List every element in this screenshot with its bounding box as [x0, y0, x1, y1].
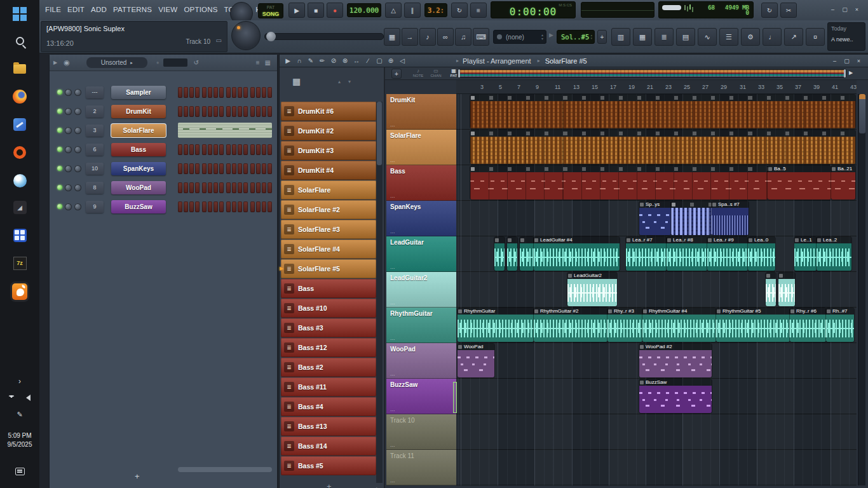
- pattern-picker-item[interactable]: ≣ SolarFlare #4: [281, 240, 376, 259]
- step-cell[interactable]: [178, 144, 182, 155]
- pattern-picker-item[interactable]: ≣ SolarFlare #2: [281, 200, 376, 219]
- add-pattern-button[interactable]: +: [327, 482, 332, 488]
- playlist-tool[interactable]: ⊘: [328, 56, 339, 66]
- pattern-clip[interactable]: ▤ Ba..21: [831, 166, 855, 200]
- pattern-clip[interactable]: ▤: [494, 237, 505, 271]
- channel-volume-knob[interactable]: [74, 203, 81, 210]
- channel-pan-knob[interactable]: [65, 89, 72, 96]
- pattern-picker-item[interactable]: ≣ Bass #10: [281, 299, 376, 318]
- picker-header-icon[interactable]: ▦: [292, 76, 301, 86]
- graph-editor-icon[interactable]: ≡: [256, 59, 260, 66]
- channel-number-button[interactable]: 6: [86, 144, 104, 156]
- fl-studio-button[interactable]: [12, 284, 27, 299]
- countdown-display[interactable]: 3.2:: [424, 3, 447, 17]
- step-cell[interactable]: [256, 201, 261, 212]
- step-cell[interactable]: [250, 87, 255, 98]
- channel-number-button[interactable]: 10: [86, 163, 104, 175]
- channel-volume-knob[interactable]: [74, 89, 81, 96]
- step-cell[interactable]: [226, 144, 231, 155]
- pattern-clip[interactable]: ▤ Lea..2: [817, 237, 851, 271]
- step-cell[interactable]: [219, 201, 224, 212]
- pattern-clip[interactable]: ▤ Spa..s #7: [712, 201, 749, 235]
- toolbar-icon[interactable]: ↗: [784, 28, 803, 46]
- step-cell[interactable]: [219, 106, 224, 117]
- playlist-tool[interactable]: ↔: [351, 56, 362, 66]
- transport-icon[interactable]: △: [385, 3, 402, 18]
- step-cell[interactable]: [219, 144, 224, 155]
- step-cell[interactable]: [189, 87, 194, 98]
- spinner-arrows-icon[interactable]: ▴▾: [541, 33, 543, 41]
- record-button[interactable]: ●: [327, 3, 343, 18]
- channel-mute-led[interactable]: ●: [57, 147, 62, 152]
- step-cell[interactable]: [219, 182, 224, 193]
- toolbar-icon[interactable]: ≣: [654, 28, 674, 46]
- playlist-tool[interactable]: ⊕: [385, 56, 397, 66]
- mail-app-button[interactable]: [12, 117, 27, 132]
- channel-volume-knob[interactable]: [74, 146, 81, 153]
- playlist-vertical-scrollbar[interactable]: [858, 94, 865, 485]
- step-cell[interactable]: [238, 201, 242, 212]
- step-cell[interactable]: [256, 87, 261, 98]
- step-cell[interactable]: [214, 182, 218, 193]
- time-display-panel[interactable]: M:S:CS 0:00:00: [491, 1, 576, 18]
- step-cell[interactable]: [184, 182, 188, 193]
- step-cell[interactable]: [219, 163, 224, 174]
- search-button[interactable]: [12, 33, 27, 48]
- clock-time[interactable]: 5:09 PM: [0, 432, 39, 439]
- step-cell[interactable]: [238, 106, 242, 117]
- playlist-tool[interactable]: ◁: [397, 56, 408, 66]
- step-cell[interactable]: [202, 182, 207, 193]
- channel-name-button[interactable]: DrumKit: [111, 105, 166, 118]
- restore-button[interactable]: ▢: [839, 5, 850, 14]
- step-cell[interactable]: [232, 144, 236, 155]
- channel-number-button[interactable]: 8: [86, 182, 104, 194]
- pattern-clip[interactable]: ▤ Sp..ys: [639, 201, 671, 235]
- step-cell[interactable]: [226, 87, 231, 98]
- pattern-clip[interactable]: ▤ Lea..0: [748, 237, 775, 271]
- channel-number-button[interactable]: ---: [86, 86, 104, 98]
- track-lane[interactable]: ▤ BuzzSaw: [456, 379, 857, 414]
- step-cell[interactable]: [178, 106, 182, 117]
- toolbar-icon[interactable]: ∿: [698, 28, 717, 46]
- pen-settings-button[interactable]: ✎: [12, 407, 27, 422]
- add-track-button[interactable]: +: [391, 69, 402, 79]
- transport-icon[interactable]: ↻: [451, 3, 468, 18]
- track-options[interactable]: ...: [390, 477, 395, 484]
- toolbar-icon[interactable]: ☰: [719, 28, 738, 46]
- snip-button[interactable]: ✂: [780, 3, 797, 18]
- picker-scroll-arrow[interactable]: ▸: [376, 485, 379, 488]
- channel-mute-led[interactable]: ●: [57, 109, 62, 114]
- step-cell[interactable]: [202, 163, 207, 174]
- toolbar-icon[interactable]: ∞: [437, 28, 454, 46]
- playlist-tool[interactable]: ✏: [316, 56, 328, 66]
- firefox-button[interactable]: [12, 89, 27, 104]
- pattern-clip[interactable]: ▤ Rh..#7: [826, 308, 854, 342]
- pattern-clip[interactable]: ▤ WooPad: [458, 344, 494, 377]
- 7zip-button[interactable]: 7z: [12, 255, 27, 271]
- step-cell[interactable]: [189, 201, 194, 212]
- track-options[interactable]: ...: [390, 157, 395, 163]
- step-cell[interactable]: [262, 106, 266, 117]
- step-cell[interactable]: [238, 182, 242, 193]
- tempo-display[interactable]: 120.000: [347, 3, 381, 17]
- step-cell[interactable]: [195, 163, 200, 174]
- step-cell[interactable]: [226, 163, 231, 174]
- track-header[interactable]: LeadGuitar2 ...: [386, 272, 456, 308]
- add-pattern-button[interactable]: +: [597, 30, 607, 44]
- pattern-picker-item[interactable]: ≣ Bass #3: [281, 318, 376, 337]
- pattern-clip[interactable]: ▤ RhythmGuitar #2: [534, 308, 607, 342]
- pattern-picker-item[interactable]: ≣ SolarFlare: [281, 180, 376, 200]
- track-lane[interactable]: [456, 450, 857, 485]
- step-cell[interactable]: [232, 201, 236, 212]
- track-header[interactable]: WooPad ...: [386, 343, 456, 379]
- playlist-timeline-ruler[interactable]: 35791113151719212325272931333537394143: [456, 80, 857, 94]
- channel-volume-knob[interactable]: [74, 165, 81, 172]
- pattern-clip[interactable]: ▤ Ba..5: [768, 166, 831, 200]
- channel-pan-knob[interactable]: [65, 165, 72, 172]
- track-header[interactable]: DrumKit ...: [386, 94, 456, 130]
- ring-app-button[interactable]: [12, 145, 27, 160]
- transport-icon[interactable]: ∥: [404, 3, 421, 18]
- pattern-picker-item[interactable]: ≣ DrumKit #6: [281, 102, 376, 121]
- channel-mute-led[interactable]: ●: [57, 204, 62, 209]
- pattern-clip[interactable]: ▤ Rhy..r #6: [790, 308, 826, 342]
